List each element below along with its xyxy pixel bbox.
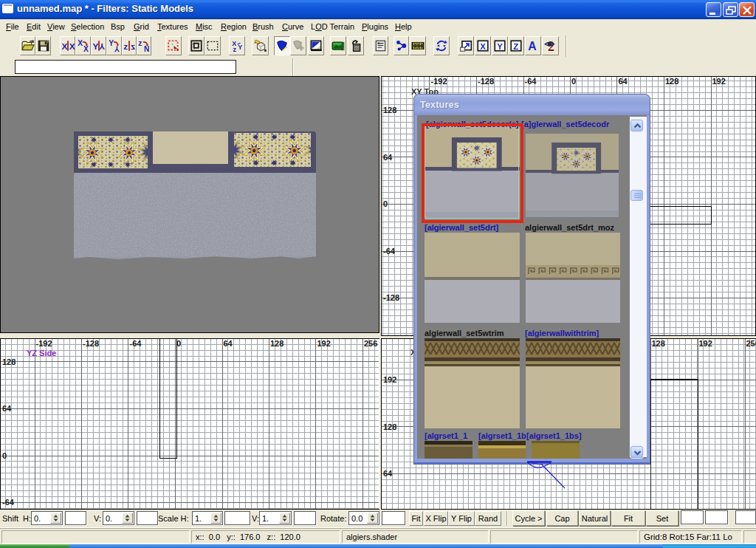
svg-text:0: 0: [2, 451, 7, 460]
svg-text:0: 0: [176, 339, 181, 348]
svg-text:-64: -64: [130, 339, 142, 348]
svg-text:z: z: [123, 41, 128, 52]
svg-text:Y: Y: [497, 42, 503, 51]
svg-text:64: 64: [383, 469, 393, 478]
svg-text:128: 128: [652, 339, 665, 348]
svg-text:YZ Side: YZ Side: [27, 349, 56, 357]
svg-text:0: 0: [571, 77, 576, 86]
svg-text:z: z: [233, 46, 236, 52]
svg-text:-128: -128: [383, 293, 399, 302]
svg-text:128: 128: [2, 357, 16, 366]
svg-text:⅄: ⅄: [114, 45, 120, 52]
svg-text:64: 64: [2, 404, 12, 413]
svg-text:64: 64: [383, 153, 393, 162]
svg-text:-64: -64: [383, 247, 396, 256]
svg-text:128: 128: [383, 106, 396, 114]
svg-text:-128: -128: [478, 77, 494, 86]
svg-text:256: 256: [364, 339, 377, 348]
svg-text:0: 0: [383, 199, 388, 208]
svg-text:128: 128: [665, 77, 678, 86]
svg-text:Y: Y: [92, 41, 98, 52]
svg-text:-64: -64: [525, 77, 537, 86]
svg-text:128: 128: [270, 339, 284, 348]
svg-text:X: X: [69, 41, 74, 52]
svg-text:-192: -192: [431, 77, 447, 86]
svg-text:64: 64: [224, 339, 233, 348]
svg-text:Y: Y: [109, 39, 114, 47]
svg-text:192: 192: [317, 339, 331, 348]
svg-text:X: X: [83, 45, 89, 52]
svg-text:192: 192: [712, 77, 726, 86]
svg-text:-64: -64: [2, 498, 15, 507]
svg-text:z: z: [131, 41, 135, 52]
svg-text:X: X: [480, 42, 486, 51]
svg-text:z: z: [138, 39, 142, 47]
svg-text:X: X: [61, 41, 67, 52]
svg-text:Y: Y: [98, 41, 104, 52]
svg-text:192: 192: [699, 339, 712, 348]
svg-text:128: 128: [383, 422, 396, 431]
svg-text:-128: -128: [83, 339, 99, 348]
svg-text:N: N: [144, 45, 149, 52]
svg-text:64: 64: [619, 77, 628, 86]
svg-text:256: 256: [746, 339, 756, 348]
svg-text:-192: -192: [36, 339, 52, 348]
svg-text:X: X: [78, 39, 83, 47]
svg-text:Z: Z: [513, 42, 518, 51]
svg-text:192: 192: [383, 375, 396, 384]
svg-text:A: A: [528, 40, 536, 52]
